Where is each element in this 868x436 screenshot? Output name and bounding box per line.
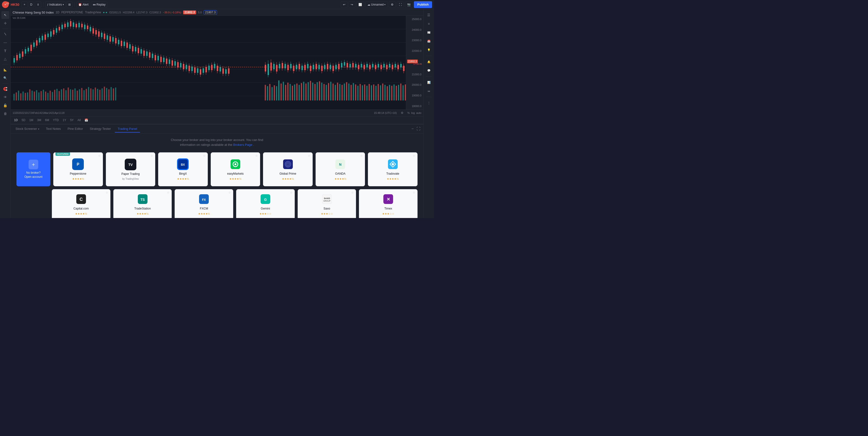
- layout-button[interactable]: ⊞: [67, 1, 72, 8]
- alert-sidebar-button[interactable]: 🔔: [425, 58, 433, 66]
- tab-pine-editor[interactable]: Pine Editor: [65, 125, 86, 132]
- svg-rect-108: [389, 85, 390, 100]
- svg-rect-12: [25, 93, 26, 100]
- add-broker-card[interactable]: ＋ No broker? Open account: [17, 152, 51, 186]
- broker-oanda[interactable]: ☆ N OANDA ★★★★½: [316, 152, 365, 186]
- svg-rect-184: [110, 36, 111, 42]
- pepperstone-fav-icon[interactable]: ☆: [98, 154, 101, 157]
- tf-5d[interactable]: 5D: [20, 118, 27, 122]
- lock-tool[interactable]: 🔒: [1, 101, 9, 109]
- cloud-button[interactable]: ☁ Unnamed ▾: [365, 1, 388, 8]
- broker-capital-com[interactable]: ☆ C Capital.com ★★★★½: [52, 189, 111, 218]
- broker-saxo[interactable]: ☆ SAXOGROUP Saxo ★★★☆☆: [298, 189, 356, 218]
- svg-rect-95: [360, 84, 361, 100]
- brokers-page-link[interactable]: Brokers Page: [233, 143, 252, 147]
- ideas-button[interactable]: 💡: [425, 46, 433, 54]
- tf-ytd[interactable]: YTD: [52, 118, 60, 122]
- broker-bingx[interactable]: ☆ BX BingX ★★★★½: [158, 152, 208, 186]
- broker-timex[interactable]: ☆ ✕ Timex ★★★☆☆: [359, 189, 417, 218]
- tradovate-fav-icon[interactable]: ☆: [413, 154, 415, 157]
- shapes-tool[interactable]: △: [1, 55, 9, 63]
- trendline-tool[interactable]: /: [0, 29, 11, 39]
- tf-6m[interactable]: 6M: [43, 118, 51, 122]
- broker-gemini[interactable]: ☆ G Gemini ★★★☆☆: [236, 189, 295, 218]
- minimize-panel-button[interactable]: −: [410, 126, 414, 131]
- redo-button[interactable]: ↪: [348, 1, 355, 8]
- alert-button[interactable]: ⏰ Alert: [76, 1, 90, 8]
- text-tool[interactable]: T: [1, 47, 9, 55]
- replay-button[interactable]: ⏮ Replay: [91, 1, 107, 8]
- tab-trading-panel[interactable]: Trading Panel: [115, 125, 140, 132]
- symbol-label[interactable]: HK50: [11, 3, 20, 6]
- chart-open: O21811.5: [109, 11, 121, 14]
- trading-sidebar-button[interactable]: 📊: [425, 79, 433, 86]
- svg-rect-110: [394, 84, 395, 100]
- undo-button[interactable]: ↩: [341, 1, 347, 8]
- settings-icon: ⚙: [391, 3, 394, 6]
- saxo-fav-icon[interactable]: ☆: [351, 191, 354, 194]
- magnet-tool[interactable]: 🧲: [1, 85, 9, 93]
- tab-strategy-tester[interactable]: Strategy Tester: [87, 125, 114, 132]
- global-prime-fav-icon[interactable]: ☆: [308, 154, 310, 157]
- tf-3m[interactable]: 3M: [36, 118, 42, 122]
- trash-tool[interactable]: 🗑: [1, 110, 9, 118]
- saxo-name: Saxo: [323, 207, 330, 210]
- crosshair-tool[interactable]: ✛: [1, 20, 9, 27]
- time-18: 18: [62, 112, 64, 114]
- timex-fav-icon[interactable]: ☆: [413, 191, 415, 194]
- svg-text:GROUP: GROUP: [323, 200, 330, 202]
- bingx-fav-icon[interactable]: ☆: [203, 154, 206, 157]
- broker-easymarkets[interactable]: ☆ easyMarkets ★★★★½: [211, 152, 260, 186]
- layout-panel-button[interactable]: ⬜: [356, 1, 364, 8]
- easymarkets-fav-icon[interactable]: ☆: [255, 154, 258, 157]
- news-button[interactable]: 📰: [425, 29, 433, 36]
- eye-tool[interactable]: 👁: [1, 93, 9, 101]
- broker-paper-trading[interactable]: ☆ TV Paper Trading by TradingView: [106, 152, 155, 186]
- cursor-tool[interactable]: ↖: [1, 11, 9, 19]
- chevron-down-icon: ▾: [63, 3, 64, 6]
- indicators-button[interactable]: ƒ Indicators ▾: [45, 1, 65, 8]
- tf-1y[interactable]: 1Y: [61, 118, 68, 122]
- oanda-fav-icon[interactable]: ☆: [360, 154, 363, 157]
- measure-tool[interactable]: 📐: [1, 66, 9, 74]
- broker-tradovate[interactable]: ☆ Tradovate ★★★★½: [368, 152, 417, 186]
- chart-settings-icon[interactable]: ⚙: [398, 109, 406, 117]
- gemini-fav-icon[interactable]: ☆: [290, 191, 292, 194]
- broker-tradestation[interactable]: ☆ TS TradeStation ★★★★½: [113, 189, 172, 218]
- custom-range-button[interactable]: 📅: [83, 118, 90, 122]
- svg-rect-98: [366, 86, 368, 100]
- zoom-tool[interactable]: 🔍: [1, 74, 9, 82]
- horizontal-tool[interactable]: —: [1, 38, 9, 46]
- screenshot-button[interactable]: 📷: [405, 1, 413, 8]
- settings-button[interactable]: ⚙: [389, 1, 396, 8]
- chat-button[interactable]: 💬: [425, 67, 433, 74]
- publish-button[interactable]: Publish: [414, 1, 432, 8]
- broker-fxcm[interactable]: ☆ FX FXCM ★★★★½: [175, 189, 233, 218]
- paper-trading-fav-icon[interactable]: ☆: [150, 154, 153, 157]
- capital-com-fav-icon[interactable]: ☆: [105, 191, 108, 194]
- fxcm-fav-icon[interactable]: ☆: [228, 191, 231, 194]
- more-sidebar-button[interactable]: ⋮: [425, 99, 433, 107]
- maximize-panel-button[interactable]: ⛶: [415, 126, 422, 131]
- add-symbol-button[interactable]: ＋: [21, 1, 28, 8]
- replay-sidebar-button[interactable]: ⏮: [425, 87, 433, 95]
- tf-5y[interactable]: 5Y: [68, 118, 75, 122]
- svg-text:FX: FX: [202, 198, 206, 201]
- fullscreen-button[interactable]: ⛶: [397, 1, 404, 8]
- tf-1m[interactable]: 1M: [28, 118, 35, 122]
- broker-global-prime[interactable]: ☆ Global Prime ★★★★½: [263, 152, 313, 186]
- tab-stock-screener[interactable]: Stock Screener ▾: [12, 125, 42, 132]
- watchlist-button[interactable]: ☰: [425, 11, 433, 19]
- time-21: 21: [41, 112, 44, 114]
- details-button[interactable]: ≡: [425, 20, 433, 28]
- chart-type-button[interactable]: 🕯: [35, 1, 41, 8]
- dropdown-icon: ▾: [384, 3, 385, 6]
- tf-all[interactable]: All: [76, 118, 82, 122]
- broker-pepperstone[interactable]: FEATURED ☆ P Pepperstone ★★★★½: [53, 152, 103, 186]
- tab-text-notes[interactable]: Text Notes: [43, 125, 64, 132]
- tradestation-fav-icon[interactable]: ☆: [167, 191, 169, 194]
- timeframe-button[interactable]: D: [29, 1, 34, 8]
- tf-1d[interactable]: 1D: [12, 118, 19, 122]
- chart-canvas[interactable]: Vol 38.534K: [11, 16, 423, 110]
- calendar-button[interactable]: 📅: [425, 37, 433, 45]
